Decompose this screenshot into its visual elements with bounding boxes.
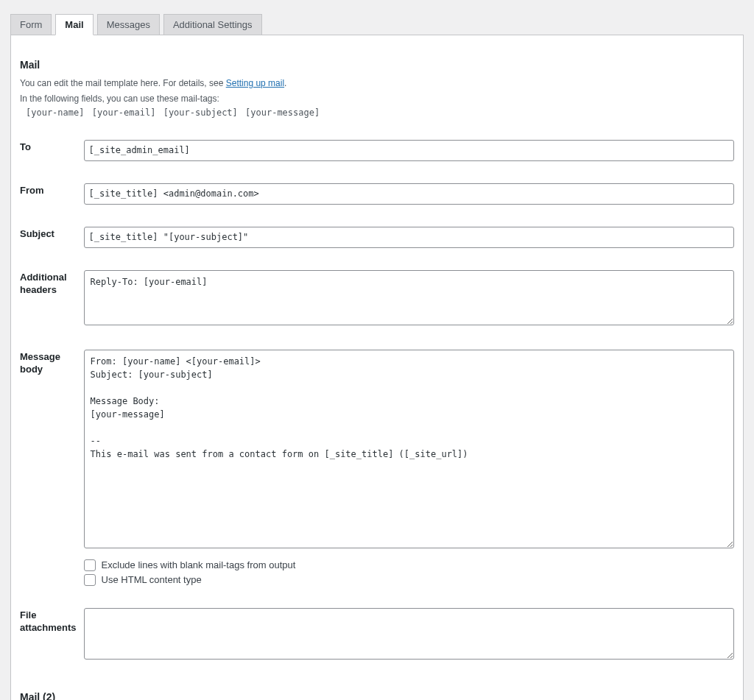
use-html-label[interactable]: Use HTML content type <box>102 574 202 585</box>
exclude-blank-checkbox[interactable] <box>84 559 96 571</box>
tab-messages[interactable]: Messages <box>97 14 160 35</box>
help-text-line1: You can edit the mail template here. For… <box>20 77 734 91</box>
mail2-heading: Mail (2) <box>20 676 734 700</box>
from-label: From <box>20 176 84 219</box>
file-attachments-input[interactable] <box>84 608 734 660</box>
mail-heading: Mail <box>20 44 734 77</box>
message-body-input[interactable] <box>84 350 734 548</box>
subject-input[interactable] <box>84 227 734 248</box>
to-label: To <box>20 132 84 176</box>
file-attachments-label: File attachments <box>20 601 84 676</box>
tab-form[interactable]: Form <box>10 14 52 35</box>
tab-list: Form Mail Messages Additional Settings <box>10 14 744 35</box>
tab-additional-settings[interactable]: Additional Settings <box>163 14 262 35</box>
help-text-line2: In the following fields, you can use the… <box>20 92 734 106</box>
to-input[interactable] <box>84 140 734 161</box>
use-html-checkbox[interactable] <box>84 574 96 586</box>
mail-form-table: To From Subject Additional headers Messa… <box>20 132 734 676</box>
tab-mail[interactable]: Mail <box>55 14 93 35</box>
mail-tag: [your-message] <box>245 107 320 118</box>
mail-panel: Mail You can edit the mail template here… <box>10 35 744 700</box>
setting-up-mail-link[interactable]: Setting up mail <box>226 78 284 88</box>
mail-tags-list: [your-name] [your-email] [your-subject] … <box>20 107 734 118</box>
help-pre: You can edit the mail template here. For… <box>20 78 226 88</box>
additional-headers-label: Additional headers <box>20 263 84 342</box>
mail-tag: [your-subject] <box>163 107 238 118</box>
message-body-label: Message body <box>20 342 84 601</box>
help-post: . <box>284 78 286 88</box>
mail-tag: [your-email] <box>92 107 156 118</box>
mail-tag: [your-name] <box>26 107 84 118</box>
exclude-blank-label[interactable]: Exclude lines with blank mail-tags from … <box>102 559 296 570</box>
additional-headers-input[interactable] <box>84 270 734 325</box>
from-input[interactable] <box>84 183 734 205</box>
subject-label: Subject <box>20 219 84 263</box>
